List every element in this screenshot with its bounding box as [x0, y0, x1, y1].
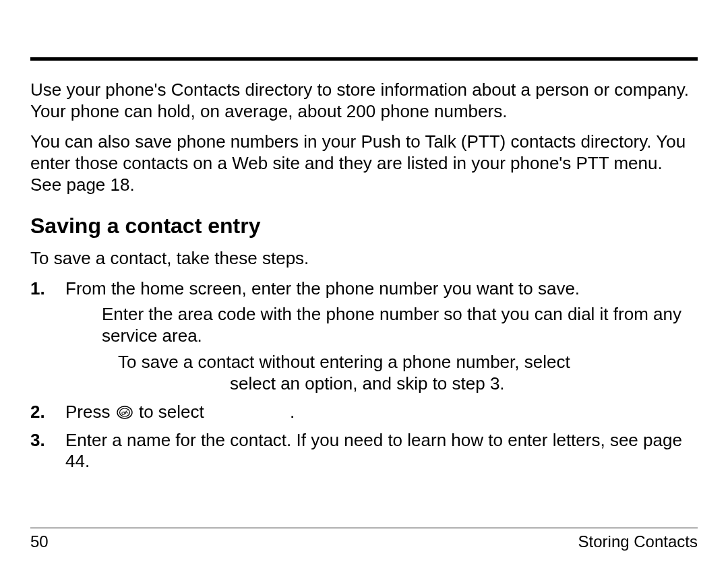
step-2: 2. Press OK to select . — [30, 402, 698, 423]
svg-text:OK: OK — [121, 410, 129, 416]
step-1-note-1: Enter the area code with the phone numbe… — [65, 304, 698, 346]
footer-rule — [30, 528, 698, 528]
lead-in: To save a contact, take these steps. — [30, 248, 698, 270]
step-1-marker: 1. — [30, 278, 45, 300]
ok-button-icon: OK — [117, 406, 133, 419]
step-1-text: From the home screen, enter the phone nu… — [65, 278, 580, 299]
page-number: 50 — [30, 532, 49, 551]
step-3: 3. Enter a name for the contact. If you … — [30, 430, 698, 472]
top-rule — [30, 57, 698, 61]
section-heading: Saving a contact entry — [30, 214, 698, 239]
step-2-tail: . — [290, 402, 295, 422]
step-2-after: to select — [139, 402, 204, 422]
step-1-note-2: To save a contact without entering a pho… — [65, 352, 698, 394]
step-3-text: Enter a name for the contact. If you nee… — [65, 430, 682, 472]
step-3-marker: 3. — [30, 430, 45, 451]
step-2-before: Press — [65, 402, 115, 422]
document-page: Use your phone's Contacts directory to s… — [0, 0, 728, 562]
step-1: 1. From the home screen, enter the phone… — [30, 278, 698, 395]
numbered-list: 1. From the home screen, enter the phone… — [30, 278, 698, 472]
intro-paragraph-2: You can also save phone numbers in your … — [30, 131, 698, 195]
intro-paragraph-1: Use your phone's Contacts directory to s… — [30, 80, 698, 122]
step-2-marker: 2. — [30, 402, 45, 423]
page-footer: 50 Storing Contacts — [30, 528, 698, 551]
section-title: Storing Contacts — [578, 532, 698, 551]
